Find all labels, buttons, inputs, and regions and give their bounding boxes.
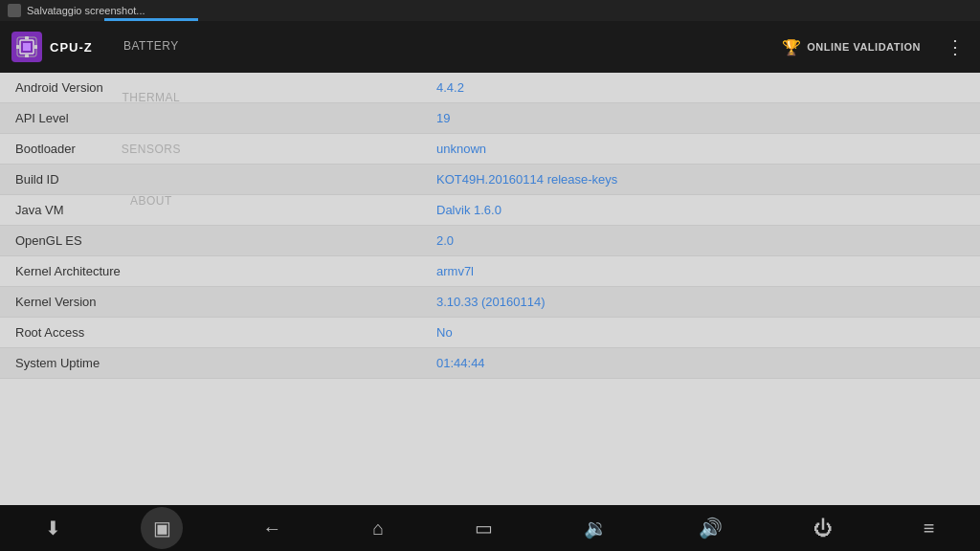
trophy-icon: 🏆	[782, 38, 802, 56]
power-icon[interactable]: ⏻	[802, 510, 844, 547]
overflow-menu-button[interactable]: ⋮	[938, 32, 972, 62]
row-label: OpenGL ES	[15, 233, 436, 248]
bottom-nav-bar: ⬇▣←⌂▭🔉🔊⏻≡	[0, 505, 980, 551]
screenshot-icon[interactable]: ▣	[141, 507, 183, 549]
table-row: OpenGL ES2.0	[0, 226, 980, 256]
tab-system[interactable]: SYSTEM	[104, 0, 198, 21]
recents-icon[interactable]: ▭	[463, 509, 504, 547]
tab-sensors[interactable]: SENSORS	[104, 124, 198, 176]
table-row: System Uptime01:44:44	[0, 348, 980, 379]
row-value: unknown	[436, 142, 486, 156]
logo-area: CPU-Z	[0, 32, 104, 62]
row-label: Root Access	[15, 325, 436, 340]
svg-rect-5	[25, 36, 29, 39]
svg-rect-4	[34, 45, 37, 49]
row-value: 2.0	[436, 233, 454, 248]
row-value: 19	[436, 111, 450, 125]
row-value: 01:44:44	[436, 356, 485, 370]
row-value: Dalvik 1.6.0	[436, 203, 501, 217]
cpu-z-logo-icon	[11, 32, 42, 62]
tab-battery[interactable]: BATTERY	[104, 21, 198, 73]
table-row: Root AccessNo	[0, 318, 980, 348]
right-actions: 🏆 ONLINE VALIDATION ⋮	[772, 32, 980, 62]
row-label: Bootloader	[15, 142, 436, 156]
row-label: Kernel Architecture	[15, 264, 436, 278]
online-validation-button[interactable]: 🏆 ONLINE VALIDATION	[772, 33, 930, 62]
svg-rect-3	[16, 45, 19, 49]
home-icon[interactable]: ⌂	[361, 510, 395, 547]
row-label: Java VM	[15, 203, 436, 217]
row-label: Build ID	[15, 172, 436, 187]
volume-down-icon[interactable]: 🔉	[572, 509, 619, 547]
row-value: 4.4.2	[436, 80, 464, 95]
row-label: API Level	[15, 111, 436, 125]
row-value: No	[436, 325, 453, 340]
tabs-container: SOCDEVICESYSTEMBATTERYTHERMALSENSORSABOU…	[104, 0, 198, 228]
row-label: Kernel Version	[15, 295, 436, 309]
menu-icon[interactable]: ≡	[912, 510, 947, 547]
download-icon[interactable]: ⬇	[33, 509, 73, 547]
app-icon-small	[8, 4, 21, 17]
table-row: Kernel Architecturearmv7l	[0, 256, 980, 287]
logo-text: CPU-Z	[50, 40, 93, 55]
back-icon[interactable]: ←	[251, 510, 293, 547]
row-value: armv7l	[436, 264, 474, 278]
volume-up-icon[interactable]: 🔊	[687, 509, 734, 547]
table-row: Kernel Version3.10.33 (20160114)	[0, 287, 980, 318]
svg-rect-6	[25, 55, 29, 57]
tab-about[interactable]: ABOUT	[104, 176, 198, 228]
nav-bar: CPU-Z SOCDEVICESYSTEMBATTERYTHERMALSENSO…	[0, 21, 980, 73]
svg-rect-2	[23, 43, 31, 51]
row-label: System Uptime	[15, 356, 436, 370]
tab-thermal[interactable]: THERMAL	[104, 73, 198, 124]
row-value: KOT49H.20160114 release-keys	[436, 172, 617, 187]
row-value: 3.10.33 (20160114)	[436, 295, 545, 309]
online-validation-label: ONLINE VALIDATION	[807, 41, 921, 53]
row-label: Android Version	[15, 80, 436, 95]
